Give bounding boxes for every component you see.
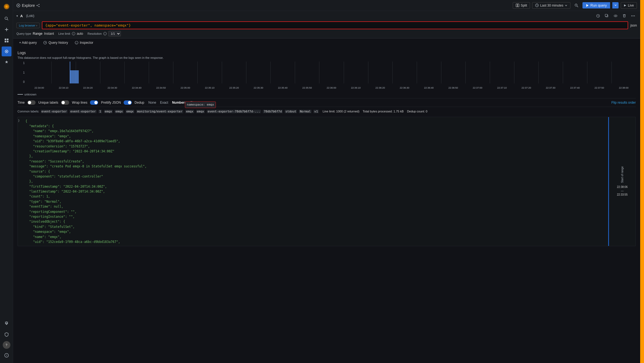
sidebar-item-explore[interactable] bbox=[2, 47, 11, 56]
svg-line-24 bbox=[537, 5, 538, 6]
y-label-top: 1 bbox=[23, 62, 25, 65]
svg-point-10 bbox=[6, 51, 7, 52]
run-query-button[interactable]: Run query bbox=[582, 2, 610, 8]
sidebar-item-add[interactable] bbox=[2, 25, 11, 34]
time-range-button[interactable]: Last 30 minutes bbox=[532, 2, 570, 9]
sidebar-item-gear[interactable] bbox=[2, 319, 11, 329]
live-button[interactable]: Live bbox=[621, 2, 637, 9]
topnav-right: Split Last 30 minutes bbox=[513, 2, 637, 9]
dedup-label: Dedup bbox=[135, 101, 144, 104]
log-controls: Time Unique labels Wrap lines Prettify J… bbox=[18, 98, 636, 107]
svg-line-31 bbox=[598, 16, 599, 16]
log-entry-expand[interactable]: } bbox=[18, 117, 23, 246]
right-notification-sidebar bbox=[640, 0, 644, 363]
label-monitoring: monitoring/event-exporter bbox=[136, 110, 183, 113]
line-limit-info-icon[interactable]: i bbox=[72, 32, 75, 35]
x-label: 22:37:50 bbox=[587, 86, 611, 89]
svg-rect-6 bbox=[5, 39, 6, 40]
query-section: ▾ A (Loki) bbox=[13, 11, 640, 38]
sidebar-item-alerting[interactable] bbox=[2, 57, 11, 67]
stat-total-bytes: Total bytes processed: 1.75 kB bbox=[363, 110, 404, 113]
add-query-button[interactable]: + Add query bbox=[16, 40, 39, 46]
line-limit-label: Line limit bbox=[58, 32, 70, 35]
svg-text:i: i bbox=[76, 42, 77, 44]
svg-rect-21 bbox=[518, 4, 519, 7]
x-label: 22:36:50 bbox=[441, 86, 465, 89]
svg-rect-7 bbox=[7, 39, 8, 40]
grid-line bbox=[270, 62, 271, 83]
log-browser-button[interactable]: Log browser › bbox=[16, 23, 40, 28]
expand-icon: } bbox=[18, 119, 19, 122]
query-type-range[interactable]: Range bbox=[33, 32, 42, 36]
inspector-label: Inspector bbox=[80, 41, 93, 45]
query-type-instant[interactable]: Instant bbox=[44, 32, 54, 36]
grafana-logo[interactable] bbox=[2, 2, 11, 11]
dedup-exact[interactable]: Exact bbox=[159, 100, 170, 105]
svg-line-26 bbox=[577, 6, 578, 7]
x-label: 22:36:10 bbox=[344, 86, 368, 89]
namespace-tooltip-container: emqx namespace: emqx bbox=[196, 109, 206, 114]
svg-point-17 bbox=[39, 6, 40, 7]
common-labels-text: Common labels: bbox=[18, 110, 39, 113]
query-icon-clock[interactable] bbox=[594, 12, 602, 20]
run-query-caret[interactable] bbox=[612, 2, 619, 8]
legend-line bbox=[18, 94, 23, 95]
query-icon-more[interactable] bbox=[629, 12, 637, 20]
unique-labels-toggle[interactable] bbox=[61, 100, 69, 105]
label-emqx2: emqx bbox=[115, 110, 124, 113]
split-button[interactable]: Split bbox=[513, 2, 530, 9]
svg-line-19 bbox=[37, 5, 39, 6]
query-icon-eye[interactable] bbox=[612, 12, 619, 20]
svg-point-2 bbox=[5, 17, 7, 19]
line-limit-value[interactable]: auto bbox=[77, 32, 83, 36]
sidebar-item-help[interactable]: ? bbox=[2, 350, 11, 360]
log-entry: } { "metadata": { "name": "emqx.16e7a164… bbox=[18, 117, 636, 246]
sidebar-item-shield[interactable] bbox=[2, 330, 11, 339]
prettify-json-toggle[interactable] bbox=[124, 100, 132, 105]
time-range-bottom: 22:33:55 bbox=[617, 193, 628, 197]
sidebar-item-search[interactable] bbox=[2, 14, 11, 24]
x-label: 22:37:30 bbox=[538, 86, 563, 89]
log-browser-chevron: › bbox=[36, 24, 37, 27]
x-label: 22:34:30 bbox=[100, 86, 124, 89]
query-icon-copy[interactable] bbox=[603, 12, 611, 20]
query-history-button[interactable]: Query history bbox=[40, 40, 71, 46]
logs-title: Logs bbox=[18, 51, 636, 55]
caret-down-icon bbox=[614, 4, 617, 7]
query-input[interactable]: {app="event-exporter", namespace="emqx"} bbox=[42, 21, 628, 29]
avatar[interactable]: ? bbox=[3, 341, 10, 349]
query-options-row: Query type Range Instant Line limit i au… bbox=[13, 30, 640, 38]
wrap-lines-toggle[interactable] bbox=[90, 100, 98, 105]
grid-line bbox=[222, 62, 222, 83]
chart-legend: unknown bbox=[18, 93, 636, 96]
results-area: Logs This datasource does not support fu… bbox=[13, 47, 640, 363]
resolution-group: Resolution i 1/1 1/2 1/3 bbox=[88, 31, 121, 36]
chart-y-axis: 1 1 0 bbox=[18, 62, 26, 83]
time-label: Time bbox=[18, 101, 25, 104]
play-live-icon bbox=[624, 4, 626, 7]
chart-container: 1 1 0 bbox=[18, 62, 636, 92]
dedup-none[interactable]: None bbox=[147, 100, 158, 105]
prettify-json-label: Prettify JSON bbox=[101, 101, 121, 104]
chart-bar bbox=[70, 70, 79, 83]
sidebar-item-dashboards[interactable] bbox=[2, 36, 11, 45]
resolution-select[interactable]: 1/1 1/2 1/3 bbox=[108, 31, 121, 36]
grid-line bbox=[149, 62, 149, 83]
time-toggle[interactable] bbox=[27, 100, 36, 105]
trash-icon bbox=[622, 14, 626, 18]
logs-subtitle: This datasource does not support full-ra… bbox=[18, 56, 636, 59]
grid-line bbox=[441, 62, 441, 83]
query-json[interactable]: json bbox=[630, 23, 637, 27]
share-icon[interactable] bbox=[36, 4, 40, 7]
search-icon-btn[interactable] bbox=[573, 2, 580, 9]
resolution-info-icon[interactable]: i bbox=[103, 32, 107, 35]
inspector-button[interactable]: i Inspector bbox=[72, 40, 96, 46]
flip-results-button[interactable]: Flip results order bbox=[611, 101, 636, 104]
x-label: 22:37:10 bbox=[490, 86, 514, 89]
svg-rect-20 bbox=[516, 4, 517, 7]
label-event-exporter: event-exporter bbox=[41, 110, 68, 113]
query-icon-trash[interactable] bbox=[620, 12, 628, 20]
svg-point-25 bbox=[575, 4, 577, 6]
label-exporter-hash: event-exporter-78db7b6f7d-... bbox=[207, 110, 261, 113]
collapse-icon[interactable]: ▾ bbox=[16, 14, 18, 18]
